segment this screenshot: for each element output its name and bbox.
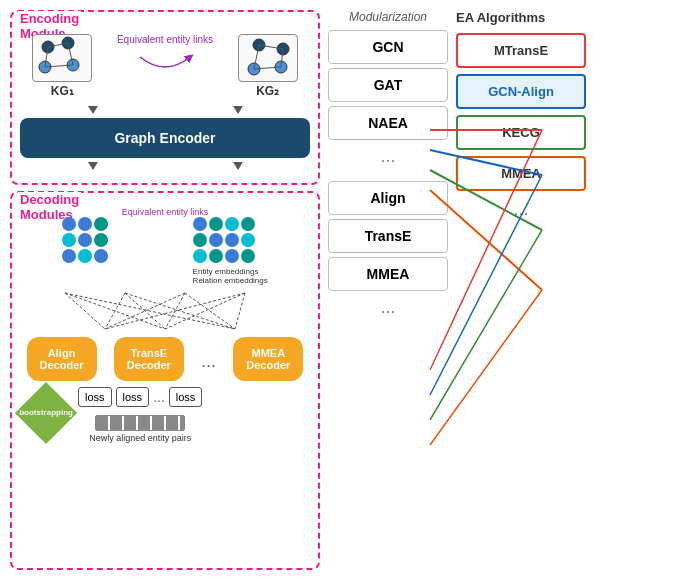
mod-item-align: Align xyxy=(328,181,448,215)
embed-cell xyxy=(225,249,239,263)
svg-line-25 xyxy=(105,293,245,329)
ea-dots: ... xyxy=(456,197,586,222)
embed-cell xyxy=(209,233,223,247)
aligned-pairs: Newly aligned entity pairs xyxy=(78,415,202,443)
embed-cell xyxy=(241,217,255,231)
aligned-bar-1 xyxy=(95,415,185,431)
embed-row-r1 xyxy=(193,217,268,231)
mod-section-bottom: Align TransE MMEA ... xyxy=(328,181,448,320)
svg-line-20 xyxy=(125,293,165,329)
embed-cell xyxy=(209,217,223,231)
embed-cell xyxy=(241,249,255,263)
main-container: Encoding Module xyxy=(0,0,680,580)
kg1-label: KG₁ xyxy=(51,84,74,98)
mod-items-top: GCN GAT NAEA ... xyxy=(328,30,448,169)
svg-line-27 xyxy=(235,293,245,329)
encoding-module: Encoding Module xyxy=(10,10,320,185)
bootstrapping-diamond-wrapper: bootstrapping xyxy=(20,387,72,439)
embed-cell xyxy=(78,233,92,247)
embed-cell xyxy=(225,217,239,231)
arrow-down-2 xyxy=(233,106,243,114)
embed-labels: Entity embeddings Relation embeddings xyxy=(193,267,268,285)
aligned-label: Newly aligned entity pairs xyxy=(89,433,191,443)
kg2-label: KG₂ xyxy=(256,84,279,98)
embed-cell xyxy=(94,249,108,263)
mod-dots-bottom: ... xyxy=(328,295,448,320)
mod-item-gcn: GCN xyxy=(328,30,448,64)
embed-cell xyxy=(209,249,223,263)
modularization-title: Modularization xyxy=(328,10,448,24)
embeddings-row: Equivalent entity links xyxy=(20,217,310,285)
mod-item-gat: GAT xyxy=(328,68,448,102)
ea-item-kecg: KECG xyxy=(456,115,586,150)
kg1-graph xyxy=(32,34,92,82)
embed-row-r2 xyxy=(193,233,268,247)
embedding-block-left xyxy=(62,217,108,263)
right-section: EA Algorithms MTransE GCN-Align KECG MME… xyxy=(456,10,586,570)
loss-dots: ... xyxy=(153,389,165,405)
mod-item-mmea: MMEA xyxy=(328,257,448,291)
encoding-inner: KG₁ Equivalent entity links xyxy=(20,34,310,170)
embed-cell xyxy=(78,217,92,231)
mod-items-bottom: Align TransE MMEA ... xyxy=(328,181,448,320)
embed-row-1 xyxy=(62,217,108,231)
svg-line-19 xyxy=(105,293,125,329)
bootstrapping-diamond: bootstrapping xyxy=(15,382,77,444)
bootstrapping-label: bootstrapping xyxy=(19,408,73,418)
ea-item-mmea: MMEA xyxy=(456,156,586,191)
embed-cell xyxy=(225,233,239,247)
decoders-row: AlignDecoder TransEDecoder ... MMEADecod… xyxy=(20,337,310,381)
svg-line-21 xyxy=(125,293,235,329)
kg2-graph xyxy=(238,34,298,82)
arrow-down-3 xyxy=(88,162,98,170)
arrow-down-1 xyxy=(88,106,98,114)
equiv-label-top: Equivalent entity links xyxy=(117,34,213,45)
ea-item-mtranse: MTransE xyxy=(456,33,586,68)
embed-cell xyxy=(62,217,76,231)
embed-cell xyxy=(62,233,76,247)
align-decoder: AlignDecoder xyxy=(27,337,97,381)
graph-encoder-box: Graph Encoder xyxy=(20,118,310,158)
equiv-label-mid: Equivalent entity links xyxy=(122,207,209,217)
loss-group: loss loss ... loss xyxy=(78,387,202,407)
kg2-box: KG₂ xyxy=(238,34,298,98)
embed-cell xyxy=(62,249,76,263)
svg-line-16 xyxy=(65,293,105,329)
arrows-from-encoder xyxy=(20,162,310,170)
embed-cell xyxy=(241,233,255,247)
svg-line-24 xyxy=(185,293,235,329)
loss-box-3: loss xyxy=(169,387,203,407)
ea-title: EA Algorithms xyxy=(456,10,586,25)
embed-cell xyxy=(94,217,108,231)
left-section: Encoding Module xyxy=(10,10,320,570)
embedding-block-right: Entity embeddings Relation embeddings xyxy=(193,217,268,285)
mod-item-naea: NAEA xyxy=(328,106,448,140)
arrows-to-encoder xyxy=(20,106,310,114)
mmea-decoder: MMEADecoder xyxy=(233,337,303,381)
mod-item-transe: TransE xyxy=(328,219,448,253)
kg-row: KG₁ Equivalent entity links xyxy=(20,34,310,98)
embed-cell xyxy=(193,249,207,263)
kg1-box: KG₁ xyxy=(32,34,92,98)
loss-box-2: loss xyxy=(116,387,150,407)
loss-box-1: loss xyxy=(78,387,112,407)
arrow-down-4 xyxy=(233,162,243,170)
middle-section: Modularization GCN GAT NAEA ... Align Tr… xyxy=(328,10,448,570)
ea-item-gcn-align: GCN-Align xyxy=(456,74,586,109)
bottom-row: bootstrapping loss loss ... loss xyxy=(20,387,310,443)
embed-cell xyxy=(193,217,207,231)
embed-row-r3 xyxy=(193,249,268,263)
embed-cell xyxy=(193,233,207,247)
loss-aligned-group: loss loss ... loss Newly aligned entity … xyxy=(78,387,202,443)
decoding-module: Decoding Modules Equivalent entity links xyxy=(10,191,320,570)
ea-items: MTransE GCN-Align KECG MMEA ... xyxy=(456,33,586,222)
embed-cell xyxy=(94,233,108,247)
decoder-dots: ... xyxy=(201,347,216,372)
embed-row-2 xyxy=(62,233,108,247)
transe-decoder: TransEDecoder xyxy=(114,337,184,381)
mod-dots-top: ... xyxy=(328,144,448,169)
embed-row-3 xyxy=(62,249,108,263)
aligned-bars xyxy=(95,415,185,433)
cross-lines-svg xyxy=(25,291,305,331)
embed-cell xyxy=(78,249,92,263)
